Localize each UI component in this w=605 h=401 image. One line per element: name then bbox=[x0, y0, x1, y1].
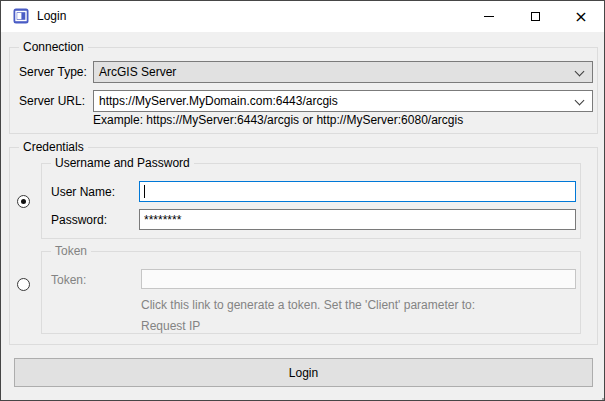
login-dialog: Login × Connection Server Type: ArcGIS S… bbox=[0, 0, 605, 401]
maximize-button[interactable] bbox=[512, 1, 558, 32]
username-password-group-label: Username and Password bbox=[51, 157, 194, 170]
text-caret bbox=[144, 185, 145, 198]
server-url-combobox[interactable]: https://MyServer.MyDomain.com:6443/arcgi… bbox=[93, 90, 593, 112]
credentials-group-label: Credentials bbox=[19, 141, 88, 154]
close-icon: × bbox=[574, 9, 587, 25]
login-button[interactable]: Login bbox=[14, 358, 593, 387]
token-group-label: Token bbox=[51, 245, 91, 258]
token-input bbox=[141, 269, 576, 289]
user-name-input[interactable] bbox=[139, 181, 576, 202]
chevron-down-icon bbox=[575, 67, 585, 77]
username-password-radio[interactable] bbox=[17, 195, 30, 208]
token-groupbox: Token bbox=[41, 251, 581, 334]
connection-group-label: Connection bbox=[19, 41, 88, 54]
token-help-text: Click this link to generate a token. Set… bbox=[141, 298, 475, 312]
app-form-icon bbox=[13, 8, 29, 24]
server-type-dropdown[interactable]: ArcGIS Server bbox=[93, 61, 593, 83]
window-title: Login bbox=[37, 9, 66, 23]
caption-buttons: × bbox=[466, 1, 604, 32]
close-button[interactable]: × bbox=[558, 1, 604, 32]
token-label: Token: bbox=[51, 273, 86, 287]
server-type-label: Server Type: bbox=[19, 65, 87, 79]
token-radio[interactable] bbox=[17, 278, 30, 291]
password-label: Password: bbox=[51, 213, 107, 227]
server-url-value: https://MyServer.MyDomain.com:6443/arcgi… bbox=[99, 94, 338, 108]
minimize-icon bbox=[484, 16, 494, 17]
token-request-ip-link[interactable]: Request IP bbox=[141, 319, 200, 333]
chevron-down-icon bbox=[575, 96, 585, 106]
resize-grip-icon[interactable] bbox=[598, 394, 600, 396]
server-type-value: ArcGIS Server bbox=[99, 65, 176, 79]
titlebar[interactable]: Login × bbox=[1, 1, 604, 32]
login-button-label: Login bbox=[289, 366, 318, 380]
user-name-label: User Name: bbox=[51, 185, 115, 199]
minimize-button[interactable] bbox=[466, 1, 512, 32]
password-input[interactable] bbox=[139, 209, 576, 230]
maximize-icon bbox=[531, 12, 540, 21]
server-url-example-text: Example: https://MyServer:6443/arcgis or… bbox=[93, 113, 463, 127]
server-url-label: Server URL: bbox=[19, 94, 85, 108]
